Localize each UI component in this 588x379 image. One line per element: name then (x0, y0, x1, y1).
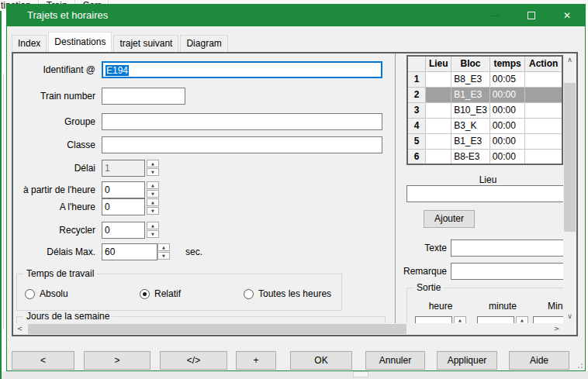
table-row[interactable]: 5 B1_E3 00:00 (407, 133, 562, 149)
delai-spinner[interactable]: ▲ ▼ (147, 160, 159, 177)
tab-destinations[interactable]: Destinations (48, 32, 112, 52)
sortie-heure-field[interactable] (415, 316, 452, 323)
spin-up-icon[interactable]: ▲ (147, 198, 159, 206)
classe-field[interactable] (102, 136, 382, 153)
tab-trajet-suivant[interactable]: trajet suivant (113, 35, 178, 52)
cell-action[interactable] (525, 87, 562, 102)
cell-lieu[interactable] (426, 118, 451, 133)
cell-temps[interactable]: 00:00 (489, 133, 524, 149)
cell-lieu[interactable] (426, 149, 451, 164)
cell-bloc[interactable]: B10_E3 (451, 102, 490, 118)
cell-temps[interactable]: 00:00 (489, 102, 524, 118)
spin-up-icon[interactable]: ▲ (147, 181, 159, 189)
add-button[interactable]: + (236, 351, 276, 370)
splitter-handle[interactable] (353, 371, 368, 377)
identifiant-field[interactable]: E194 (102, 61, 382, 78)
col-header-num[interactable] (407, 56, 426, 71)
cell-action[interactable] (525, 71, 562, 87)
maximize-button[interactable] (514, 5, 549, 26)
scroll-up-icon[interactable]: ∧ (563, 53, 576, 67)
delais-max-field[interactable]: 60 (102, 243, 157, 260)
spin-up-icon[interactable]: ▲ (147, 160, 159, 167)
cell-action[interactable] (525, 102, 562, 118)
vertical-scrollbar[interactable]: ∧ ∨ (563, 53, 576, 323)
horizontal-scrollbar-thumb[interactable] (28, 324, 406, 334)
col-header-lieu[interactable]: Lieu (426, 56, 451, 71)
sortie-minute-field[interactable] (477, 316, 514, 323)
cell-lieu[interactable] (426, 71, 451, 87)
close-button[interactable]: ✕ (549, 5, 585, 26)
annuler-button[interactable]: Annuler (365, 351, 425, 370)
ok-button[interactable]: OK (290, 351, 352, 370)
cell-lieu[interactable] (426, 87, 451, 102)
cell-bloc[interactable]: B1_E3 (451, 133, 490, 149)
radio-toutes-les-heures[interactable]: Toutes les heures (244, 288, 331, 299)
next-button[interactable]: > (84, 351, 150, 370)
ajouter-button[interactable]: Ajouter (424, 210, 475, 228)
spin-up-icon[interactable]: ▲ (516, 316, 528, 323)
col-header-temps[interactable]: temps (489, 56, 524, 71)
resize-grip[interactable] (575, 360, 583, 368)
sortie-minute-spinner[interactable]: ▲ (516, 316, 528, 323)
spin-down-icon[interactable]: ▼ (147, 190, 159, 198)
spin-up-icon[interactable]: ▲ (454, 316, 466, 323)
tab-index[interactable]: Index (12, 35, 47, 52)
remarque-field[interactable] (451, 263, 563, 280)
cell-lieu[interactable] (426, 102, 451, 118)
cell-lieu[interactable] (426, 133, 451, 149)
table-row[interactable]: 4 B3_K 00:00 (407, 118, 562, 133)
cell-bloc[interactable]: B1_E3 (451, 87, 490, 102)
radio-relatif[interactable]: Relatif (140, 288, 181, 299)
scroll-right-icon[interactable]: > (550, 323, 563, 335)
a-partir-heure-spinner[interactable]: ▲ ▼ (147, 181, 159, 198)
horizontal-scrollbar[interactable]: < > (13, 323, 563, 335)
sortie-heure-spinner[interactable]: ▲ (454, 316, 466, 323)
recycler-field[interactable]: 0 (102, 222, 145, 239)
texte-field[interactable] (451, 239, 563, 257)
cell-temps[interactable]: 00:00 (489, 149, 524, 164)
delai-label: Délai (13, 160, 95, 177)
recycler-spinner[interactable]: ▲ ▼ (147, 222, 159, 239)
cell-temps[interactable]: 00:00 (489, 87, 524, 102)
a-lheure-field[interactable]: 0 (102, 198, 145, 215)
sortie-minimum-field[interactable] (533, 316, 563, 323)
delais-max-spinner[interactable]: ▲ ▼ (157, 243, 170, 260)
prev-button[interactable]: < (12, 351, 74, 370)
spin-down-icon[interactable]: ▼ (147, 230, 159, 238)
destinations-table[interactable]: Lieu Bloc temps Action 1 B8_E3 00:05 2 B… (406, 55, 563, 165)
groupe-field[interactable] (102, 113, 382, 130)
a-partir-heure-field[interactable]: 0 (102, 181, 145, 198)
table-row[interactable]: 1 B8_E3 00:05 (407, 71, 562, 87)
col-header-bloc[interactable]: Bloc (451, 56, 490, 71)
aide-button[interactable]: Aide (509, 351, 569, 370)
spin-down-icon[interactable]: ▼ (147, 168, 159, 176)
table-row[interactable]: 3 B10_E3 00:00 (407, 102, 562, 118)
lieu-field[interactable] (406, 185, 563, 202)
dialog-titlebar[interactable]: Trajets et horaires — ✕ (7, 5, 585, 26)
train-number-field[interactable] (102, 88, 185, 105)
cell-bloc[interactable]: B3_K (451, 118, 490, 133)
scroll-down-icon[interactable]: ∨ (563, 310, 576, 323)
appliquer-button[interactable]: Appliquer (437, 351, 497, 370)
a-lheure-spinner[interactable]: ▲ ▼ (147, 198, 159, 215)
cell-action[interactable] (525, 118, 562, 133)
code-button[interactable]: </> (160, 351, 227, 370)
cell-action[interactable] (525, 149, 562, 164)
spin-down-icon[interactable]: ▼ (147, 207, 159, 215)
cell-temps[interactable]: 00:05 (489, 71, 524, 87)
cell-temps[interactable]: 00:00 (489, 118, 524, 133)
table-row-selected[interactable]: 2 B1_E3 00:00 (407, 87, 562, 102)
minimize-button[interactable]: — (478, 5, 514, 26)
table-row[interactable]: 6 B8-E3 00:00 (407, 149, 562, 164)
tab-diagram[interactable]: Diagram (180, 35, 227, 52)
cell-bloc[interactable]: B8-E3 (451, 149, 490, 164)
vertical-scrollbar-thumb[interactable] (564, 83, 576, 232)
cell-action[interactable] (525, 133, 562, 149)
scroll-left-icon[interactable]: < (13, 323, 26, 335)
spin-down-icon[interactable]: ▼ (157, 252, 170, 260)
col-header-action[interactable]: Action (525, 56, 562, 71)
spin-up-icon[interactable]: ▲ (157, 243, 170, 251)
radio-absolu[interactable]: Absolu (25, 288, 68, 299)
spin-up-icon[interactable]: ▲ (147, 222, 159, 229)
cell-bloc[interactable]: B8_E3 (451, 71, 490, 87)
